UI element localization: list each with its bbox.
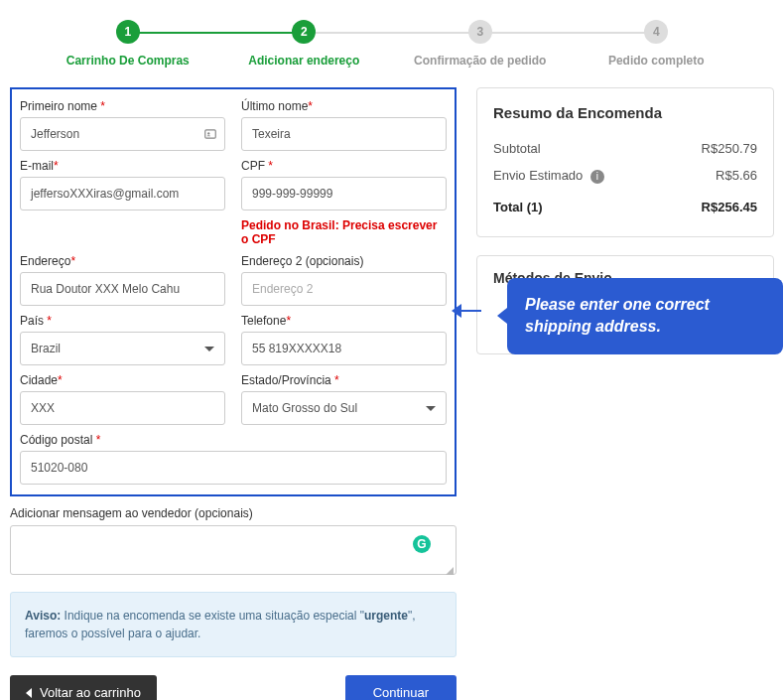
step-complete: 4 Pedido completo [569, 20, 745, 68]
contact-card-icon [203, 127, 217, 141]
summary-shipping-row: Envio Estimado i R$5.66 [493, 162, 757, 190]
field-last-name: Último nome* Texeira [241, 99, 447, 151]
checkout-stepper: 1 Carrinho De Compras 2 Adicionar endere… [10, 10, 774, 87]
svg-point-1 [207, 132, 209, 134]
notice-bold: urgente [364, 609, 408, 623]
email-label: E-mail* [20, 159, 225, 173]
callout-text: Please enter one correct shipping addres… [525, 296, 710, 335]
back-to-cart-button[interactable]: Voltar ao carrinho [10, 675, 157, 700]
address2-label: Endereço 2 (opcionais) [241, 254, 447, 268]
city-label: Cidade* [20, 373, 225, 387]
first-name-input[interactable]: Jefferson [20, 117, 225, 151]
svg-rect-0 [205, 130, 216, 138]
cpf-error: Pedido no Brasil: Precisa escrever o CPF [241, 218, 447, 246]
field-email: E-mail* jeffersoXXXiras@gmail.com [20, 159, 225, 246]
country-select[interactable]: Brazil [20, 332, 225, 365]
field-cpf: CPF * 999-999-99999 Pedido no Brasil: Pr… [241, 159, 447, 246]
address1-input[interactable]: Rua Doutor XXX Melo Cahu [20, 272, 225, 306]
step-label: Carrinho De Compras [66, 54, 190, 68]
cpf-label: CPF * [241, 159, 447, 173]
field-first-name: Primeiro nome * Jefferson [20, 99, 225, 151]
city-input[interactable]: XXX [20, 391, 225, 425]
info-icon[interactable]: i [590, 170, 604, 184]
total-value: R$256.45 [702, 200, 757, 214]
address-form: Primeiro nome * Jefferson Último nome* T… [10, 87, 457, 496]
shipping-label: Envio Estimado i [493, 168, 604, 184]
zip-input[interactable]: 51020-080 [20, 451, 447, 485]
zip-label: Código postal * [20, 433, 447, 447]
total-label: Total (1) [493, 200, 543, 214]
shipping-methods-panel: Métodos de Envio Please enter one correc… [476, 255, 774, 354]
address1-label: Endereço* [20, 254, 225, 268]
first-name-label: Primeiro nome * [20, 99, 225, 113]
seller-message-textarea[interactable] [10, 525, 457, 575]
summary-subtotal-row: Subtotal R$250.79 [493, 135, 757, 162]
country-label: País * [20, 314, 225, 328]
notice-prefix: Aviso: [25, 609, 65, 623]
step-address[interactable]: 2 Adicionar endereço [216, 20, 393, 68]
continue-button[interactable]: Continuar [345, 675, 457, 700]
last-name-label: Último nome* [241, 99, 447, 113]
last-name-input[interactable]: Texeira [241, 117, 447, 151]
step-label: Pedido completo [608, 54, 705, 68]
callout-bubble: Please enter one correct shipping addres… [507, 278, 783, 354]
order-summary-panel: Resumo da Encomenda Subtotal R$250.79 En… [476, 87, 774, 237]
seller-message-section: Adicionar mensagem ao vendedor (opcionai… [10, 506, 457, 578]
state-select[interactable]: Mato Grosso do Sul [241, 391, 447, 425]
subtotal-value: R$250.79 [702, 141, 757, 156]
step-label: Adicionar endereço [248, 54, 359, 68]
field-city: Cidade* XXX [20, 373, 225, 425]
resize-handle-icon[interactable] [445, 566, 455, 576]
subtotal-label: Subtotal [493, 141, 541, 156]
field-state: Estado/Província * Mato Grosso do Sul [241, 373, 447, 425]
field-country: País * Brazil [20, 314, 225, 365]
step-number: 2 [292, 20, 316, 44]
step-cart[interactable]: 1 Carrinho De Compras [40, 20, 216, 68]
phone-input[interactable]: 55 819XXXXX18 [241, 332, 447, 365]
address2-input[interactable]: Endereço 2 [241, 272, 447, 306]
field-phone: Telefone* 55 819XXXXX18 [241, 314, 447, 365]
step-number: 4 [644, 20, 668, 44]
chevron-down-icon [204, 347, 214, 351]
shipping-value: R$5.66 [716, 168, 757, 184]
seller-message-label: Adicionar mensagem ao vendedor (opcionai… [10, 506, 457, 520]
field-address2: Endereço 2 (opcionais) Endereço 2 [241, 254, 447, 306]
notice-box: Aviso: Indique na encomenda se existe um… [10, 592, 457, 657]
chevron-left-icon [26, 688, 32, 698]
order-summary-title: Resumo da Encomenda [493, 104, 757, 121]
chevron-down-icon [426, 406, 436, 411]
step-label: Confirmação de pedido [414, 54, 546, 68]
step-number: 3 [468, 20, 492, 44]
notice-text1: Indique na encomenda se existe uma situa… [65, 609, 364, 623]
cpf-input[interactable]: 999-999-99999 [241, 177, 447, 210]
step-confirm: 3 Confirmação de pedido [392, 20, 569, 68]
grammarly-icon[interactable]: G [413, 535, 431, 553]
email-input[interactable]: jeffersoXXXiras@gmail.com [20, 177, 225, 210]
state-label: Estado/Província * [241, 373, 447, 387]
step-number: 1 [116, 20, 140, 44]
action-buttons: Voltar ao carrinho Continuar [10, 675, 457, 700]
field-zip: Código postal * 51020-080 [20, 433, 447, 485]
summary-total-row: Total (1) R$256.45 [493, 190, 757, 220]
phone-label: Telefone* [241, 314, 447, 328]
field-address1: Endereço* Rua Doutor XXX Melo Cahu [20, 254, 225, 306]
